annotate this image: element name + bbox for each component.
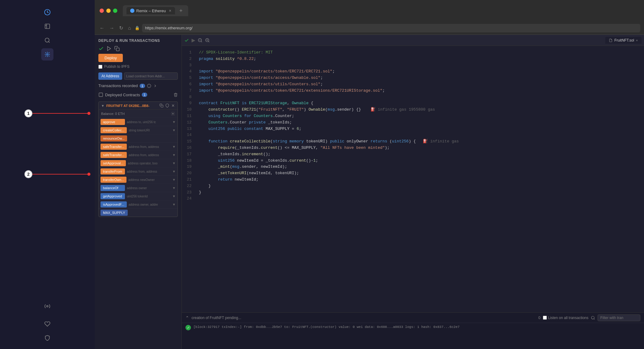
editor-tab-fruitnft[interactable]: FruitNFT.sol × <box>605 37 642 44</box>
svg-point-12 <box>172 113 174 114</box>
code-area[interactable]: // SPDX-License-Identifier: MIT pragma s… <box>194 46 644 312</box>
sidebar-item-bottom[interactable] <box>41 332 53 344</box>
console-chevron-icon[interactable]: ⌃ <box>185 315 189 320</box>
balance-label: Balance: 0 ETH <box>101 112 125 116</box>
compile-icon[interactable] <box>184 38 189 43</box>
fn-chevron-safetransfer1[interactable]: ▼ <box>172 145 176 149</box>
console-log-text: [block:327917 txIndex:-] from: 0xdbb...2… <box>193 325 459 329</box>
fn-btn-isapproved[interactable]: isApprovedF... <box>101 201 127 208</box>
fn-hint-createcollectible: string tokenURI <box>129 129 170 132</box>
deployed-contracts-label: Deployed Contracts <box>105 93 140 97</box>
fn-btn-getapproved[interactable]: getApproved <box>101 193 125 199</box>
zoom-out-icon[interactable] <box>198 38 203 43</box>
editor-toolbar: ▶ <box>184 37 210 43</box>
fn-chevron-isapproved[interactable]: ▼ <box>172 203 176 206</box>
tab-close-icon[interactable]: × <box>636 39 638 42</box>
fn-row-safetransfer1: safeTransfer... address from, address ▼ <box>99 142 177 151</box>
fn-chevron-setapproval[interactable]: ▼ <box>172 161 176 165</box>
fn-chevron-balanceof[interactable]: ▼ <box>172 186 176 190</box>
settings-icon[interactable] <box>171 112 175 116</box>
expand-icon[interactable]: ▼ <box>101 104 104 108</box>
publish-ipfs-label: Publish to IPFS <box>104 64 130 69</box>
fn-btn-transferfrom[interactable]: transferFrom <box>101 168 125 174</box>
annotation-1: 1 <box>24 109 90 117</box>
url-input[interactable] <box>142 24 640 32</box>
transactions-recorded-label: Transactions recorded <box>98 83 138 88</box>
transactions-recorded-row[interactable]: Transactions recorded 1 <box>98 83 178 88</box>
fn-row-renounceownership: renounceOw... <box>99 134 177 142</box>
fn-btn-renounceownership[interactable]: renounceOw... <box>101 135 127 141</box>
fn-btn-setapproval[interactable]: setApproval... <box>101 160 126 166</box>
file-icon <box>609 39 613 42</box>
sidebar-item-search[interactable] <box>41 34 53 46</box>
contract-instance: ▼ FRUITNFT AT 0X2BE...0B8- Balance: 0 ET… <box>98 101 178 217</box>
tab-close-icon[interactable]: × <box>169 8 171 13</box>
fn-chevron-getapproved[interactable]: ▼ <box>172 194 176 198</box>
fn-chevron-createcollectible[interactable]: ▼ <box>172 128 176 132</box>
publish-ipfs-checkbox[interactable] <box>98 65 102 69</box>
bottom-console: ⌃ creation of FruitNFT pending... 0 List… <box>182 312 644 349</box>
active-tab[interactable]: Remix – Ethereu × <box>126 7 175 14</box>
fn-hint-approve: address to, uint256 tc <box>127 120 170 124</box>
fn-btn-transferownership[interactable]: transferOwn... <box>101 177 126 183</box>
at-address-button[interactable]: At Address <box>98 72 122 80</box>
window-chrome: Remix – Ethereu × + <box>95 0 644 21</box>
fn-row-balanceof: balanceOf address owner ▼ <box>99 184 177 192</box>
contract-instance-header: ▼ FRUITNFT AT 0X2BE...0B8- <box>99 102 177 110</box>
fn-btn-approve[interactable]: approve <box>101 119 125 125</box>
refresh-button[interactable]: ↻ <box>118 24 124 32</box>
sidebar-item-files[interactable] <box>41 20 53 32</box>
fn-chevron-transferfrom[interactable]: ▼ <box>172 170 176 173</box>
sidebar-item-home[interactable] <box>41 6 53 18</box>
filter-input[interactable] <box>598 314 640 321</box>
close-window-btn[interactable] <box>100 9 104 13</box>
fn-row-transferownership: transferOwn... address newOwner ▼ <box>99 175 177 184</box>
fn-btn-safetransfer1[interactable]: safeTransfer... <box>101 144 127 150</box>
fn-row-setapproval: setApproval... address operator, boo ▼ <box>99 159 177 167</box>
sidebar-item-settings[interactable] <box>41 300 53 312</box>
line-numbers: 12345 678910 1112131415 1617181920 21222… <box>182 46 194 312</box>
fn-row-safetransfer2: safeTransfer... address from, address ▼ <box>99 151 177 159</box>
maximize-window-btn[interactable] <box>113 9 117 13</box>
zoom-in-icon[interactable] <box>205 38 210 43</box>
close-instance-icon[interactable] <box>171 104 175 108</box>
fn-row-approve: approve address to, uint256 tc ▼ <box>99 118 177 126</box>
fn-hint-transferfrom: address from, address <box>127 170 170 173</box>
fn-row-maxsupply: MAX_SUPPLY <box>99 208 177 217</box>
fn-btn-balanceof[interactable]: balanceOf <box>101 185 125 191</box>
forward-button[interactable]: → <box>108 24 115 32</box>
sidebar-item-deploy[interactable] <box>41 48 53 61</box>
traffic-lights <box>100 9 117 13</box>
fn-chevron-approve[interactable]: ▼ <box>172 120 176 124</box>
svg-point-2 <box>45 38 49 42</box>
separator: ▶ <box>192 37 195 43</box>
balance-row: Balance: 0 ETH <box>99 110 177 118</box>
address-bar-row: ← → ↻ ⌂ 🔒 <box>95 21 644 35</box>
fn-btn-maxsupply[interactable]: MAX_SUPPLY <box>101 210 128 216</box>
listen-label: Listen on all transactions <box>548 316 588 320</box>
fn-hint-setapproval: address operator, boo <box>128 162 170 165</box>
copy-contract-icon[interactable] <box>159 104 163 108</box>
play-icon <box>106 46 112 51</box>
back-button[interactable]: ← <box>98 24 106 32</box>
fn-chevron-safetransfer2[interactable]: ▼ <box>172 153 176 157</box>
pin-icon[interactable] <box>165 104 169 108</box>
minimize-window-btn[interactable] <box>106 9 111 13</box>
sidebar-item-plugins[interactable] <box>41 318 53 330</box>
fn-chevron-transferownership[interactable]: ▼ <box>172 178 176 182</box>
deployed-count-badge: 1 <box>142 93 147 97</box>
listen-checkbox[interactable] <box>543 316 547 320</box>
fn-btn-createcollectible[interactable]: createCollec... <box>101 127 127 133</box>
load-contract-input[interactable] <box>124 72 178 80</box>
deploy-panel: DEPLOY & RUN TRANSACTIONS Deploy Publish… <box>95 35 182 349</box>
code-content[interactable]: 12345 678910 1112131415 1617181920 21222… <box>182 46 644 312</box>
home-button[interactable]: ⌂ <box>127 24 132 32</box>
fn-hint-transferownership: address newOwner <box>128 178 170 182</box>
fn-btn-safetransfer2[interactable]: safeTransfer... <box>101 152 127 158</box>
filter-search-icon <box>591 316 595 320</box>
deploy-button[interactable]: Deploy <box>98 54 123 62</box>
annotation-2-line <box>32 174 87 174</box>
browser-tab-bar: Remix – Ethereu × + <box>123 5 188 16</box>
new-tab-btn[interactable]: + <box>177 8 185 14</box>
trash-icon[interactable] <box>174 93 178 97</box>
